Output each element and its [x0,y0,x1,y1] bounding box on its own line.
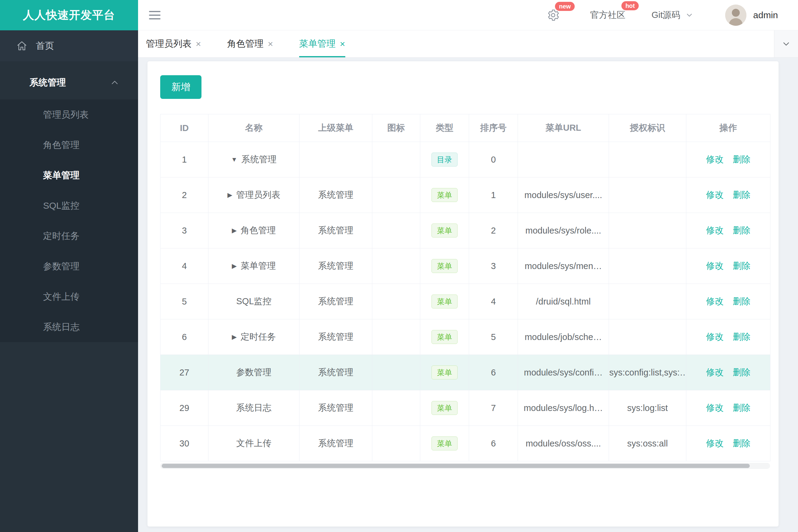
menu-name: SQL监控 [236,296,271,307]
edit-link[interactable]: 修改 [706,225,724,235]
cell-name: ▶管理员列表 [208,177,299,213]
cell-parent [299,142,372,177]
column-header: 上级菜单 [299,114,372,142]
edit-link[interactable]: 修改 [706,190,724,200]
expand-arrow-icon[interactable]: ▶ [227,191,232,199]
cell-id: 30 [161,426,208,461]
tabs-collapse-button[interactable] [774,30,798,57]
cell-name: ▶菜单管理 [208,248,299,284]
cell-url: modules/sys/user.... [518,177,609,213]
community-link[interactable]: 官方社区 hot [590,9,625,21]
sidebar-subitem[interactable]: 系统日志 [0,312,138,342]
delete-link[interactable]: 删除 [733,296,750,306]
expand-arrow-icon[interactable]: ▶ [232,262,237,270]
edit-link[interactable]: 修改 [706,367,724,377]
sidebar-subitem[interactable]: 文件上传 [0,282,138,312]
cell-order: 2 [469,213,518,248]
edit-link[interactable]: 修改 [706,332,724,342]
hot-badge: hot [621,1,639,10]
sidebar-subitem[interactable]: SQL监控 [0,190,138,221]
collapse-arrow-icon[interactable]: ▼ [231,156,238,163]
column-header: 类型 [420,114,469,142]
cell-type: 菜单 [420,177,469,213]
table-row: 27参数管理系统管理菜单6modules/sys/confi…sys:confi… [161,355,771,391]
git-source-link[interactable]: Git源码 [651,9,693,21]
sidebar-section-system[interactable]: 系统管理 [0,65,138,99]
menu-table: ID名称上级菜单图标类型排序号菜单URL授权标识操作 1▼系统管理目录0修改删除… [160,114,771,461]
delete-link[interactable]: 删除 [733,332,750,342]
sidebar-subitem[interactable]: 菜单管理 [0,160,138,190]
cell-name: SQL监控 [208,284,299,319]
cell-parent: 系统管理 [299,391,372,426]
new-badge: new [555,2,575,11]
tabs-container: 管理员列表×角色管理×菜单管理× [146,30,371,57]
cell-auth [609,142,686,177]
sidebar-subitem[interactable]: 参数管理 [0,251,138,282]
cell-id: 2 [161,177,208,213]
cell-auth: sys:config:list,sys:… [609,355,686,391]
cell-name: ▼系统管理 [208,142,299,177]
sidebar-subitem[interactable]: 角色管理 [0,130,138,160]
delete-link[interactable]: 删除 [733,367,750,377]
edit-link[interactable]: 修改 [706,438,724,448]
cell-icon [372,213,420,248]
edit-link[interactable]: 修改 [706,296,724,306]
cell-order: 1 [469,177,518,213]
cell-id: 4 [161,248,208,284]
table-row: 5SQL监控系统管理菜单4/druid/sql.html修改删除 [161,284,771,319]
column-header: 图标 [372,114,420,142]
settings-button[interactable]: new [546,8,560,22]
cell-name: 参数管理 [208,355,299,391]
cell-parent: 系统管理 [299,284,372,319]
type-tag: 菜单 [431,259,458,273]
table-row: 29系统日志系统管理菜单7modules/sys/log.h…sys:log:l… [161,391,771,426]
cell-type: 菜单 [420,391,469,426]
expand-arrow-icon[interactable]: ▶ [232,333,237,341]
cell-url: modules/oss/oss.... [518,426,609,461]
column-header: 菜单URL [518,114,609,142]
tab[interactable]: 管理员列表× [146,30,201,57]
sidebar-item-home[interactable]: 首页 [0,30,138,61]
user-avatar[interactable] [725,4,746,26]
cell-icon [372,319,420,355]
cell-auth [609,248,686,284]
chevron-up-icon [110,77,120,88]
git-source-label: Git源码 [651,9,680,21]
edit-link[interactable]: 修改 [706,154,724,164]
cell-parent: 系统管理 [299,177,372,213]
add-button[interactable]: 新增 [160,75,202,99]
home-icon [16,40,28,52]
cell-id: 27 [161,355,208,391]
cell-name: ▶角色管理 [208,213,299,248]
column-header: 名称 [208,114,299,142]
delete-link[interactable]: 删除 [733,438,750,448]
tab-close-icon[interactable]: × [196,39,201,49]
delete-link[interactable]: 删除 [733,190,750,200]
menu-toggle-icon[interactable] [149,8,161,22]
tab-close-icon[interactable]: × [268,39,273,49]
tab[interactable]: 菜单管理× [299,30,345,57]
sidebar-subitem[interactable]: 管理员列表 [0,99,138,130]
cell-id: 29 [161,391,208,426]
delete-link[interactable]: 删除 [733,403,750,413]
expand-arrow-icon[interactable]: ▶ [232,227,237,234]
sidebar-subitem[interactable]: 定时任务 [0,221,138,251]
cell-name: ▶定时任务 [208,319,299,355]
delete-link[interactable]: 删除 [733,225,750,235]
cell-icon [372,142,420,177]
edit-link[interactable]: 修改 [706,261,724,270]
cell-parent: 系统管理 [299,426,372,461]
main-area: 新增 ID名称上级菜单图标类型排序号菜单URL授权标识操作 1▼系统管理目录0修… [138,58,798,532]
horizontal-scrollbar-thumb[interactable] [162,464,750,468]
cell-id: 3 [161,213,208,248]
edit-link[interactable]: 修改 [706,403,724,413]
delete-link[interactable]: 删除 [733,261,750,270]
cell-order: 4 [469,284,518,319]
tab[interactable]: 角色管理× [227,30,273,57]
type-tag: 目录 [431,153,458,167]
menu-name: 角色管理 [241,225,276,236]
delete-link[interactable]: 删除 [733,154,750,164]
tab-close-icon[interactable]: × [340,39,345,49]
username[interactable]: admin [753,10,778,20]
cell-order: 0 [469,142,518,177]
